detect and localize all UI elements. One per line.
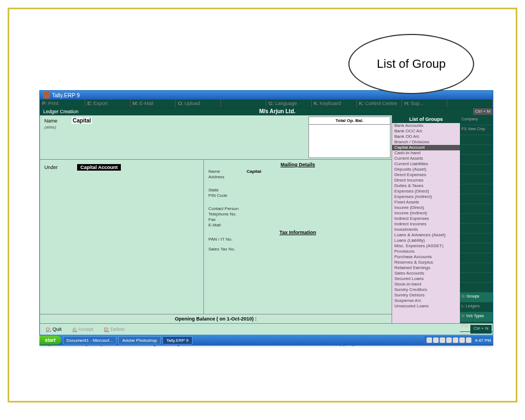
- group-list-item[interactable]: Suspense A/c: [392, 298, 460, 304]
- group-list-item[interactable]: Expenses (Indirect): [392, 194, 460, 200]
- callout-annotation: List of Group: [348, 34, 474, 94]
- group-list-item[interactable]: Deposits (Asset): [392, 167, 460, 172]
- group-list-item[interactable]: Bank OCC A/c: [392, 129, 460, 134]
- tray-icon[interactable]: [459, 337, 465, 343]
- quit-button[interactable]: Q: Quit: [41, 325, 67, 334]
- group-list-item[interactable]: Current Assets: [392, 156, 460, 161]
- group-list-item[interactable]: Income (Direct): [392, 205, 460, 211]
- tray-icon[interactable]: [440, 337, 445, 343]
- bottom-toolbar: Q: Quit A: Accept D: Delete Ctrl + N: [40, 323, 493, 335]
- tray-icon[interactable]: [433, 337, 439, 343]
- tray-icon[interactable]: [427, 337, 432, 343]
- group-list-item[interactable]: Loans & Advances (Asset): [392, 232, 460, 238]
- tray-icon[interactable]: [453, 337, 458, 343]
- group-list-item[interactable]: Sundry Creditors: [392, 287, 460, 293]
- email-label: E-Mail: [208, 223, 247, 228]
- group-list-item[interactable]: Capital Account: [392, 145, 460, 150]
- group-list-item[interactable]: Duties & Taxes: [392, 183, 460, 189]
- alias-label: (alias): [44, 125, 303, 130]
- top-menu-item[interactable]: O: Upload: [176, 100, 221, 107]
- right-panel-button: [460, 273, 493, 283]
- top-menu-item[interactable]: [447, 100, 493, 107]
- screen-title: Ledger Creation: [40, 108, 82, 115]
- tally-window: Tally.ERP 9 P: PrintE: ExportM: E-MailO:…: [39, 90, 493, 342]
- under-label: Under: [44, 165, 77, 170]
- telephone-label: Telephone No.: [208, 212, 247, 217]
- pan-it-label: PAN / IT No.: [208, 237, 247, 242]
- top-menu: P: PrintE: ExportM: E-MailO: Upload G: L…: [40, 100, 493, 108]
- group-list-item[interactable]: Retained Earnings: [392, 265, 460, 271]
- fax-label: Fax: [208, 217, 247, 222]
- name-label: Name: [44, 118, 72, 124]
- group-list-item[interactable]: Indirect Expenses: [392, 216, 460, 221]
- right-panel-button[interactable]: G: Groups: [460, 293, 493, 302]
- state-label: State: [208, 188, 247, 192]
- top-menu-item[interactable]: P: Print: [40, 100, 85, 107]
- mailing-name-value[interactable]: Capital: [247, 169, 261, 174]
- right-panel-button: [460, 184, 493, 194]
- group-list-item[interactable]: Cash-in-hand: [392, 150, 460, 156]
- start-button[interactable]: start: [39, 336, 61, 345]
- top-menu-item[interactable]: K: Control Centre: [357, 100, 402, 107]
- group-list-item[interactable]: Loans (Liability): [392, 238, 460, 243]
- tray-icon[interactable]: [446, 337, 452, 343]
- right-button-panel: CompanyF3: New Cmp G: GroupsL: LedgersV:…: [460, 115, 493, 323]
- system-tray[interactable]: 4:47 PM: [424, 336, 493, 344]
- tray-icon[interactable]: [466, 337, 471, 343]
- group-list-item[interactable]: Secured Loans: [392, 276, 460, 282]
- group-list-item[interactable]: Fixed Assets: [392, 200, 460, 205]
- group-list-item[interactable]: Unsecured Loans: [392, 304, 460, 309]
- group-list-item[interactable]: Investments: [392, 227, 460, 232]
- top-menu-item[interactable]: E: Export: [85, 100, 131, 107]
- group-list-item[interactable]: Provisions: [392, 249, 460, 254]
- top-menu-item[interactable]: M: E-Mail: [131, 100, 176, 107]
- address-label: Address: [208, 174, 247, 179]
- top-menu-item[interactable]: [221, 100, 266, 107]
- group-list-header: List of Groups: [392, 115, 460, 123]
- group-list-item[interactable]: Reserves & Surplus: [392, 260, 460, 265]
- group-list-item[interactable]: Bank OD A/c: [392, 134, 460, 139]
- app-icon: [43, 92, 50, 98]
- group-list-item[interactable]: Misc. Expenses (ASSET): [392, 243, 460, 249]
- taskbar-item[interactable]: Document1 - Microsof...: [63, 336, 117, 345]
- group-list-item[interactable]: Sundry Debtors: [392, 293, 460, 298]
- under-value[interactable]: Capital Account: [77, 164, 121, 171]
- group-list-item[interactable]: Direct Incomes: [392, 178, 460, 183]
- right-panel-button: [460, 155, 493, 165]
- right-panel-button: [460, 234, 493, 243]
- right-panel-button[interactable]: F3: New Cmp: [460, 125, 493, 135]
- group-list-item[interactable]: Direct Expenses: [392, 172, 460, 178]
- top-menu-item[interactable]: H: Sup...: [402, 100, 447, 107]
- group-list-item[interactable]: Indirect Incomes: [392, 221, 460, 227]
- total-op-bal-panel: Total Op. Bal.: [308, 116, 390, 158]
- group-list-item[interactable]: Purchase Accounts: [392, 254, 460, 260]
- group-list-item[interactable]: Bank Accounts: [392, 123, 460, 129]
- ctrl-n-hint: Ctrl + N: [470, 325, 492, 334]
- right-panel-button[interactable]: L: Ledgers: [460, 302, 493, 312]
- header-bar: Ledger Creation M/s Arjun Ltd. Ctrl + M: [40, 108, 493, 115]
- group-list-item[interactable]: Stock-in-hand: [392, 282, 460, 287]
- taskbar-item[interactable]: Tally.ERP 9: [162, 336, 192, 345]
- name-input[interactable]: Capital: [72, 118, 92, 124]
- group-list-item[interactable]: Expenses (Direct): [392, 189, 460, 194]
- right-panel-button: [460, 263, 493, 273]
- right-panel-button: [460, 224, 493, 234]
- taskbar-item[interactable]: Adobe Photoshop: [118, 336, 161, 345]
- right-panel-button: [460, 135, 493, 145]
- group-list-item[interactable]: Current Liabilities: [392, 161, 460, 167]
- group-list-item[interactable]: Sales Accounts: [392, 271, 460, 276]
- right-panel-button: [460, 145, 493, 155]
- right-panel-button: [460, 243, 493, 253]
- accept-button[interactable]: A: Accept: [68, 325, 98, 334]
- right-panel-button[interactable]: V: Vch Types: [460, 312, 493, 322]
- right-panel-button: [460, 165, 493, 174]
- group-list-item[interactable]: Branch / Divisions: [392, 139, 460, 145]
- pincode-label: PIN Code: [208, 193, 247, 198]
- mailing-details-title: Mailing Details: [208, 162, 387, 167]
- top-menu-item[interactable]: K: Keyboard: [312, 100, 357, 107]
- group-list-item[interactable]: Income (Indirect): [392, 211, 460, 216]
- right-panel-button[interactable]: Company: [460, 115, 493, 125]
- top-menu-item[interactable]: G: Language: [266, 100, 312, 107]
- ctrl-m-hint: Ctrl + M: [473, 108, 493, 115]
- delete-button[interactable]: D: Delete: [100, 325, 130, 334]
